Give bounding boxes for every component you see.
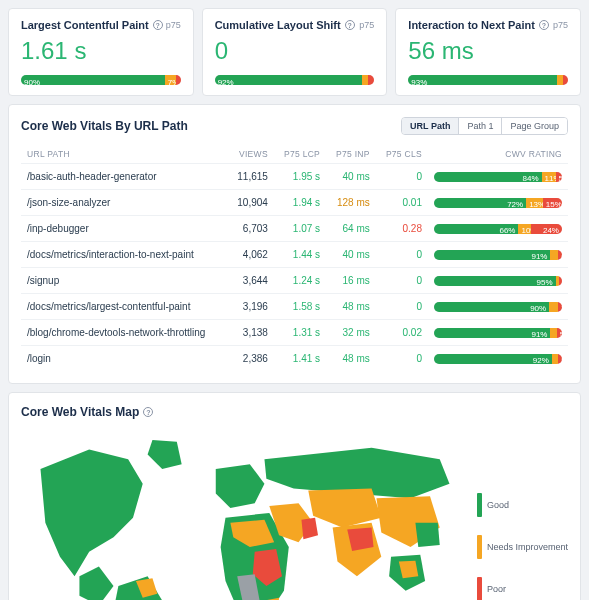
table-row[interactable]: /blog/chrome-devtools-network-throttling… <box>21 320 568 346</box>
cell-inp: 40 ms <box>326 164 376 190</box>
view-toggle[interactable]: Page Group <box>501 118 567 134</box>
seg-warn-label <box>362 78 368 85</box>
seg-good-label: 92% <box>530 356 552 364</box>
metric-percentile: p75 <box>553 20 568 30</box>
cell-views: 3,196 <box>228 294 274 320</box>
metric-distribution-bar: 90% 7% <box>21 75 181 85</box>
info-icon[interactable]: ? <box>345 20 355 30</box>
world-map[interactable] <box>21 427 469 600</box>
cell-lcp: 1.31 s <box>274 320 326 346</box>
cell-cls: 0 <box>376 242 428 268</box>
view-toggle[interactable]: URL Path <box>402 118 458 134</box>
seg-warn-label <box>557 78 563 85</box>
cell-rating: 92% 5% <box>428 346 568 372</box>
metric-head: Cumulative Layout Shift ? p75 <box>215 19 375 31</box>
seg-good-label: 92% <box>215 78 237 85</box>
seg-poor-label: 7% <box>558 304 562 312</box>
metric-value: 1.61 s <box>21 37 181 65</box>
seg-good-label: 91% <box>528 330 550 338</box>
metric-card[interactable]: Cumulative Layout Shift ? p75 0 92% <box>202 8 388 96</box>
legend-good: Good <box>477 493 568 517</box>
legend-warn: Needs Improvement <box>477 535 568 559</box>
legend-good-label: Good <box>487 500 509 510</box>
metric-title-text: Cumulative Layout Shift <box>215 19 341 31</box>
seg-good-label: 91% <box>528 252 550 260</box>
col-lcp[interactable]: P75 LCP <box>274 145 326 164</box>
cell-lcp: 1.24 s <box>274 268 326 294</box>
legend-poor-label: Poor <box>487 584 506 594</box>
cwv-table: URL PATH VIEWS P75 LCP P75 INP P75 CLS C… <box>21 145 568 371</box>
cell-path: /inp-debugger <box>21 216 228 242</box>
rating-bar: 84% 11% 5% <box>434 172 562 182</box>
cell-lcp: 1.07 s <box>274 216 326 242</box>
cell-inp: 16 ms <box>326 268 376 294</box>
cell-path: /blog/chrome-devtools-network-throttling <box>21 320 228 346</box>
rating-bar: 90% 7% <box>434 302 562 312</box>
swatch-warn <box>477 535 482 559</box>
view-toggle[interactable]: Path 1 <box>458 118 501 134</box>
table-row[interactable]: /docs/metrics/interaction-to-next-paint … <box>21 242 568 268</box>
metric-percentile: p75 <box>166 20 181 30</box>
metric-title: Largest Contentful Paint ? <box>21 19 163 31</box>
col-views[interactable]: VIEWS <box>228 145 274 164</box>
map-title: Core Web Vitals Map <box>21 405 139 419</box>
table-row[interactable]: /docs/metrics/largest-contentful-paint 3… <box>21 294 568 320</box>
cell-cls: 0.02 <box>376 320 428 346</box>
cell-path: /login <box>21 346 228 372</box>
cwv-by-url-panel: Core Web Vitals By URL Path URL PathPath… <box>8 104 581 384</box>
swatch-good <box>477 493 482 517</box>
cell-cls: 0.01 <box>376 190 428 216</box>
seg-poor-label: 6% <box>558 252 562 260</box>
cell-path: /json-size-analyzer <box>21 190 228 216</box>
rating-bar: 91% 5% <box>434 328 562 338</box>
metric-value: 0 <box>215 37 375 65</box>
cwv-map-panel: Core Web Vitals Map ? <box>8 392 581 600</box>
seg-poor-label: 5% <box>556 174 562 182</box>
cell-rating: 90% 7% <box>428 294 568 320</box>
metric-card[interactable]: Interaction to Next Paint ? p75 56 ms 93… <box>395 8 581 96</box>
seg-good-label: 93% <box>408 78 430 85</box>
metric-title-text: Largest Contentful Paint <box>21 19 149 31</box>
map-wrap: Good Needs Improvement Poor <box>21 427 568 600</box>
cell-rating: 66% 10% 24% <box>428 216 568 242</box>
table-row[interactable]: /login 2,386 1.41 s 48 ms 0 92% 5% <box>21 346 568 372</box>
rating-bar: 95% <box>434 276 562 286</box>
table-row[interactable]: /json-size-analyzer 10,904 1.94 s 128 ms… <box>21 190 568 216</box>
info-icon[interactable]: ? <box>539 20 549 30</box>
table-row[interactable]: /inp-debugger 6,703 1.07 s 64 ms 0.28 66… <box>21 216 568 242</box>
cell-views: 4,062 <box>228 242 274 268</box>
cell-cls: 0 <box>376 346 428 372</box>
cell-rating: 91% 5% <box>428 320 568 346</box>
metric-card[interactable]: Largest Contentful Paint ? p75 1.61 s 90… <box>8 8 194 96</box>
info-icon[interactable]: ? <box>153 20 163 30</box>
cell-inp: 64 ms <box>326 216 376 242</box>
metric-distribution-bar: 92% <box>215 75 375 85</box>
cell-cls: 0 <box>376 294 428 320</box>
info-icon[interactable]: ? <box>143 407 153 417</box>
col-cls[interactable]: P75 CLS <box>376 145 428 164</box>
legend-poor: Poor <box>477 577 568 600</box>
table-row[interactable]: /signup 3,644 1.24 s 16 ms 0 95% <box>21 268 568 294</box>
seg-poor-label: 5% <box>557 330 562 338</box>
seg-good-label: 72% <box>504 200 526 208</box>
col-url-path[interactable]: URL PATH <box>21 145 228 164</box>
rating-bar: 72% 13% 15% <box>434 198 562 208</box>
seg-good-label: 84% <box>520 174 542 182</box>
cell-cls: 0.28 <box>376 216 428 242</box>
map-title-wrap: Core Web Vitals Map ? <box>21 405 153 419</box>
metric-value: 56 ms <box>408 37 568 65</box>
metric-title: Cumulative Layout Shift ? <box>215 19 355 31</box>
seg-poor-label <box>559 278 562 286</box>
table-row[interactable]: /basic-auth-header-generator 11,615 1.95… <box>21 164 568 190</box>
cell-inp: 48 ms <box>326 294 376 320</box>
cell-lcp: 1.41 s <box>274 346 326 372</box>
panel-header: Core Web Vitals By URL Path URL PathPath… <box>21 117 568 135</box>
cell-views: 3,138 <box>228 320 274 346</box>
cell-inp: 48 ms <box>326 346 376 372</box>
cell-views: 3,644 <box>228 268 274 294</box>
col-rating[interactable]: CWV RATING <box>428 145 568 164</box>
cell-inp: 40 ms <box>326 242 376 268</box>
col-inp[interactable]: P75 INP <box>326 145 376 164</box>
cell-path: /basic-auth-header-generator <box>21 164 228 190</box>
rating-bar: 91% 6% <box>434 250 562 260</box>
